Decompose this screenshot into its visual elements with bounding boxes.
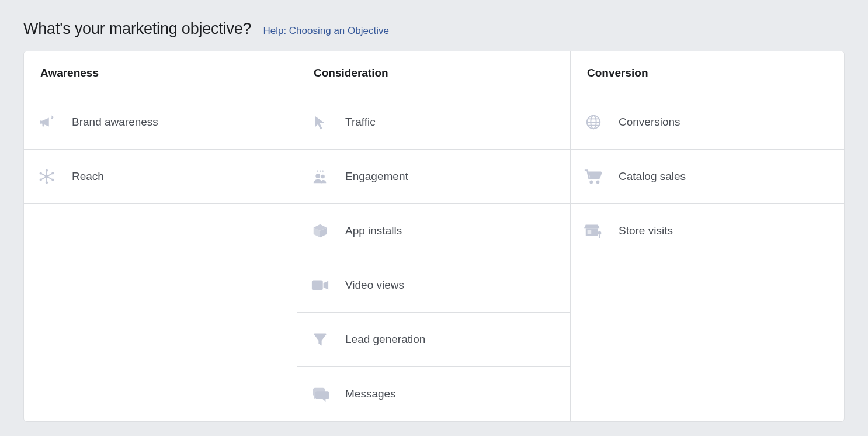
- column-header-consideration: Consideration: [297, 51, 570, 95]
- svg-rect-32: [588, 230, 592, 234]
- globe-icon: [584, 112, 603, 132]
- svg-point-18: [320, 170, 321, 171]
- box-icon: [310, 221, 330, 241]
- help-link[interactable]: Help: Choosing an Objective: [263, 25, 388, 37]
- svg-point-20: [315, 174, 320, 178]
- objective-label: Store visits: [619, 224, 673, 237]
- video-icon: [310, 275, 330, 295]
- objective-label: Lead generation: [345, 333, 425, 346]
- svg-point-21: [321, 175, 325, 178]
- objective-board: Awareness Brand awareness: [23, 51, 845, 422]
- store-icon: [584, 221, 603, 241]
- objective-video-views[interactable]: Video views: [297, 258, 570, 313]
- svg-rect-1: [43, 123, 44, 127]
- objective-messages[interactable]: Messages: [297, 367, 570, 421]
- svg-rect-23: [314, 334, 327, 335]
- objective-label: Reach: [72, 170, 104, 183]
- column-header-awareness: Awareness: [24, 51, 297, 95]
- people-icon: [310, 167, 330, 186]
- cursor-icon: [310, 112, 330, 132]
- column-header-conversion: Conversion: [571, 51, 844, 95]
- objective-catalog-sales[interactable]: Catalog sales: [571, 150, 844, 204]
- objective-label: Video views: [345, 279, 404, 292]
- column-conversion: Conversion Conversions: [571, 51, 844, 421]
- objective-label: Catalog sales: [619, 170, 686, 183]
- column-consideration: Consideration Traffic: [297, 51, 571, 421]
- objective-store-visits[interactable]: Store visits: [571, 204, 844, 258]
- objective-label: Conversions: [619, 116, 680, 129]
- objective-brand-awareness[interactable]: Brand awareness: [24, 95, 297, 150]
- objective-traffic[interactable]: Traffic: [297, 95, 570, 150]
- svg-point-30: [596, 181, 600, 184]
- objective-reach[interactable]: Reach: [24, 150, 297, 204]
- svg-rect-34: [599, 235, 600, 238]
- objective-app-installs[interactable]: App installs: [297, 204, 570, 258]
- svg-rect-0: [40, 120, 42, 124]
- objective-label: App installs: [345, 224, 402, 237]
- page-title: What's your marketing objective?: [23, 20, 251, 38]
- objective-engagement[interactable]: Engagement: [297, 150, 570, 204]
- svg-point-19: [322, 170, 323, 171]
- objective-label: Messages: [345, 387, 396, 400]
- megaphone-icon: [37, 112, 57, 132]
- funnel-icon: [310, 330, 330, 350]
- objective-lead-generation[interactable]: Lead generation: [297, 313, 570, 367]
- objective-label: Engagement: [345, 170, 408, 183]
- svg-point-2: [51, 117, 53, 119]
- column-awareness: Awareness Brand awareness: [24, 51, 297, 421]
- svg-rect-22: [312, 281, 323, 290]
- svg-point-33: [598, 231, 601, 235]
- svg-point-17: [317, 170, 318, 171]
- objective-conversions[interactable]: Conversions: [571, 95, 844, 150]
- nodes-icon: [37, 167, 57, 186]
- svg-rect-3: [51, 115, 54, 117]
- svg-point-29: [589, 181, 593, 184]
- objective-label: Brand awareness: [72, 116, 158, 129]
- objective-label: Traffic: [345, 116, 376, 129]
- chat-icon: [310, 384, 330, 404]
- cart-icon: [584, 167, 603, 186]
